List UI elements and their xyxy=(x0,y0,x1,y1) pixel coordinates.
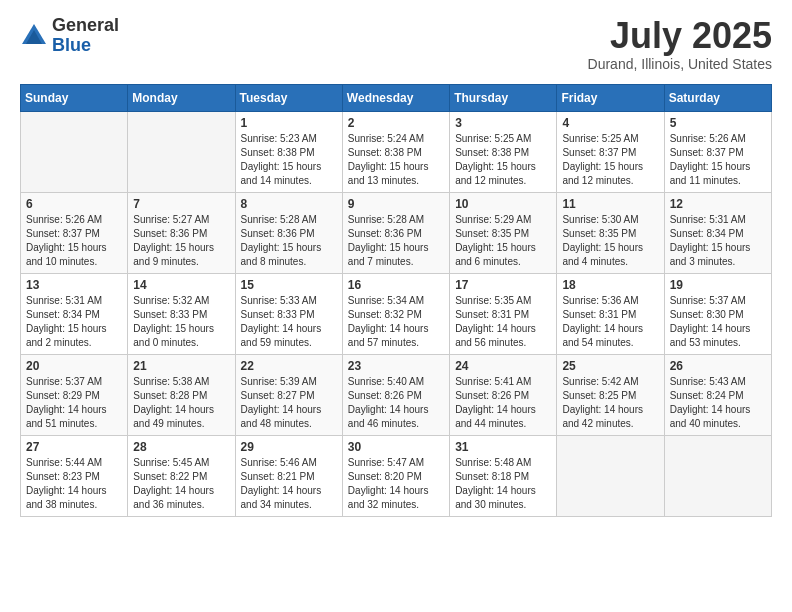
day-number: 6 xyxy=(26,197,122,211)
day-number: 23 xyxy=(348,359,444,373)
day-info: Sunrise: 5:39 AM Sunset: 8:27 PM Dayligh… xyxy=(241,375,337,431)
day-number: 27 xyxy=(26,440,122,454)
calendar-cell: 21Sunrise: 5:38 AM Sunset: 8:28 PM Dayli… xyxy=(128,354,235,435)
weekday-header: Tuesday xyxy=(235,84,342,111)
day-number: 21 xyxy=(133,359,229,373)
day-number: 9 xyxy=(348,197,444,211)
calendar-header: SundayMondayTuesdayWednesdayThursdayFrid… xyxy=(21,84,772,111)
calendar-cell: 18Sunrise: 5:36 AM Sunset: 8:31 PM Dayli… xyxy=(557,273,664,354)
calendar-cell: 7Sunrise: 5:27 AM Sunset: 8:36 PM Daylig… xyxy=(128,192,235,273)
day-number: 15 xyxy=(241,278,337,292)
calendar-cell: 12Sunrise: 5:31 AM Sunset: 8:34 PM Dayli… xyxy=(664,192,771,273)
day-number: 24 xyxy=(455,359,551,373)
calendar-cell: 1Sunrise: 5:23 AM Sunset: 8:38 PM Daylig… xyxy=(235,111,342,192)
day-number: 17 xyxy=(455,278,551,292)
day-info: Sunrise: 5:47 AM Sunset: 8:20 PM Dayligh… xyxy=(348,456,444,512)
day-info: Sunrise: 5:28 AM Sunset: 8:36 PM Dayligh… xyxy=(241,213,337,269)
calendar-cell: 4Sunrise: 5:25 AM Sunset: 8:37 PM Daylig… xyxy=(557,111,664,192)
day-info: Sunrise: 5:25 AM Sunset: 8:37 PM Dayligh… xyxy=(562,132,658,188)
calendar-cell: 11Sunrise: 5:30 AM Sunset: 8:35 PM Dayli… xyxy=(557,192,664,273)
calendar-cell: 14Sunrise: 5:32 AM Sunset: 8:33 PM Dayli… xyxy=(128,273,235,354)
day-info: Sunrise: 5:44 AM Sunset: 8:23 PM Dayligh… xyxy=(26,456,122,512)
day-info: Sunrise: 5:26 AM Sunset: 8:37 PM Dayligh… xyxy=(670,132,766,188)
calendar-cell: 23Sunrise: 5:40 AM Sunset: 8:26 PM Dayli… xyxy=(342,354,449,435)
logo-icon xyxy=(20,22,48,50)
day-number: 14 xyxy=(133,278,229,292)
day-info: Sunrise: 5:46 AM Sunset: 8:21 PM Dayligh… xyxy=(241,456,337,512)
day-info: Sunrise: 5:33 AM Sunset: 8:33 PM Dayligh… xyxy=(241,294,337,350)
calendar-cell: 6Sunrise: 5:26 AM Sunset: 8:37 PM Daylig… xyxy=(21,192,128,273)
day-info: Sunrise: 5:29 AM Sunset: 8:35 PM Dayligh… xyxy=(455,213,551,269)
calendar-cell: 31Sunrise: 5:48 AM Sunset: 8:18 PM Dayli… xyxy=(450,435,557,516)
calendar-cell: 3Sunrise: 5:25 AM Sunset: 8:38 PM Daylig… xyxy=(450,111,557,192)
day-number: 7 xyxy=(133,197,229,211)
day-info: Sunrise: 5:48 AM Sunset: 8:18 PM Dayligh… xyxy=(455,456,551,512)
day-info: Sunrise: 5:28 AM Sunset: 8:36 PM Dayligh… xyxy=(348,213,444,269)
calendar-cell: 22Sunrise: 5:39 AM Sunset: 8:27 PM Dayli… xyxy=(235,354,342,435)
day-number: 19 xyxy=(670,278,766,292)
calendar-week-row: 20Sunrise: 5:37 AM Sunset: 8:29 PM Dayli… xyxy=(21,354,772,435)
calendar-week-row: 27Sunrise: 5:44 AM Sunset: 8:23 PM Dayli… xyxy=(21,435,772,516)
day-number: 25 xyxy=(562,359,658,373)
day-info: Sunrise: 5:31 AM Sunset: 8:34 PM Dayligh… xyxy=(26,294,122,350)
day-number: 13 xyxy=(26,278,122,292)
weekday-header: Sunday xyxy=(21,84,128,111)
day-number: 29 xyxy=(241,440,337,454)
page-header: General Blue July 2025 Durand, Illinois,… xyxy=(20,16,772,72)
day-number: 31 xyxy=(455,440,551,454)
location-text: Durand, Illinois, United States xyxy=(588,56,772,72)
calendar-cell: 16Sunrise: 5:34 AM Sunset: 8:32 PM Dayli… xyxy=(342,273,449,354)
day-info: Sunrise: 5:26 AM Sunset: 8:37 PM Dayligh… xyxy=(26,213,122,269)
day-info: Sunrise: 5:30 AM Sunset: 8:35 PM Dayligh… xyxy=(562,213,658,269)
day-info: Sunrise: 5:45 AM Sunset: 8:22 PM Dayligh… xyxy=(133,456,229,512)
calendar-cell: 15Sunrise: 5:33 AM Sunset: 8:33 PM Dayli… xyxy=(235,273,342,354)
weekday-header: Thursday xyxy=(450,84,557,111)
day-info: Sunrise: 5:42 AM Sunset: 8:25 PM Dayligh… xyxy=(562,375,658,431)
day-number: 5 xyxy=(670,116,766,130)
day-number: 20 xyxy=(26,359,122,373)
calendar-cell xyxy=(664,435,771,516)
day-info: Sunrise: 5:31 AM Sunset: 8:34 PM Dayligh… xyxy=(670,213,766,269)
calendar-table: SundayMondayTuesdayWednesdayThursdayFrid… xyxy=(20,84,772,517)
calendar-cell: 9Sunrise: 5:28 AM Sunset: 8:36 PM Daylig… xyxy=(342,192,449,273)
title-block: July 2025 Durand, Illinois, United State… xyxy=(588,16,772,72)
day-number: 3 xyxy=(455,116,551,130)
day-number: 16 xyxy=(348,278,444,292)
weekday-header: Wednesday xyxy=(342,84,449,111)
day-number: 1 xyxy=(241,116,337,130)
day-number: 12 xyxy=(670,197,766,211)
calendar-cell: 28Sunrise: 5:45 AM Sunset: 8:22 PM Dayli… xyxy=(128,435,235,516)
logo-blue-text: Blue xyxy=(52,36,119,56)
day-info: Sunrise: 5:32 AM Sunset: 8:33 PM Dayligh… xyxy=(133,294,229,350)
month-title: July 2025 xyxy=(588,16,772,56)
calendar-cell: 27Sunrise: 5:44 AM Sunset: 8:23 PM Dayli… xyxy=(21,435,128,516)
logo-general-text: General xyxy=(52,16,119,36)
calendar-cell: 13Sunrise: 5:31 AM Sunset: 8:34 PM Dayli… xyxy=(21,273,128,354)
day-info: Sunrise: 5:36 AM Sunset: 8:31 PM Dayligh… xyxy=(562,294,658,350)
calendar-cell xyxy=(21,111,128,192)
logo-text: General Blue xyxy=(52,16,119,56)
calendar-week-row: 1Sunrise: 5:23 AM Sunset: 8:38 PM Daylig… xyxy=(21,111,772,192)
calendar-cell: 5Sunrise: 5:26 AM Sunset: 8:37 PM Daylig… xyxy=(664,111,771,192)
calendar-week-row: 6Sunrise: 5:26 AM Sunset: 8:37 PM Daylig… xyxy=(21,192,772,273)
weekday-header: Saturday xyxy=(664,84,771,111)
calendar-cell: 25Sunrise: 5:42 AM Sunset: 8:25 PM Dayli… xyxy=(557,354,664,435)
calendar-cell: 10Sunrise: 5:29 AM Sunset: 8:35 PM Dayli… xyxy=(450,192,557,273)
calendar-cell xyxy=(557,435,664,516)
day-info: Sunrise: 5:27 AM Sunset: 8:36 PM Dayligh… xyxy=(133,213,229,269)
calendar-cell: 24Sunrise: 5:41 AM Sunset: 8:26 PM Dayli… xyxy=(450,354,557,435)
calendar-cell xyxy=(128,111,235,192)
day-number: 4 xyxy=(562,116,658,130)
day-info: Sunrise: 5:41 AM Sunset: 8:26 PM Dayligh… xyxy=(455,375,551,431)
day-info: Sunrise: 5:35 AM Sunset: 8:31 PM Dayligh… xyxy=(455,294,551,350)
day-info: Sunrise: 5:40 AM Sunset: 8:26 PM Dayligh… xyxy=(348,375,444,431)
day-number: 18 xyxy=(562,278,658,292)
day-number: 11 xyxy=(562,197,658,211)
day-info: Sunrise: 5:25 AM Sunset: 8:38 PM Dayligh… xyxy=(455,132,551,188)
calendar-cell: 17Sunrise: 5:35 AM Sunset: 8:31 PM Dayli… xyxy=(450,273,557,354)
calendar-cell: 2Sunrise: 5:24 AM Sunset: 8:38 PM Daylig… xyxy=(342,111,449,192)
day-info: Sunrise: 5:37 AM Sunset: 8:30 PM Dayligh… xyxy=(670,294,766,350)
calendar-cell: 30Sunrise: 5:47 AM Sunset: 8:20 PM Dayli… xyxy=(342,435,449,516)
day-number: 30 xyxy=(348,440,444,454)
day-number: 8 xyxy=(241,197,337,211)
